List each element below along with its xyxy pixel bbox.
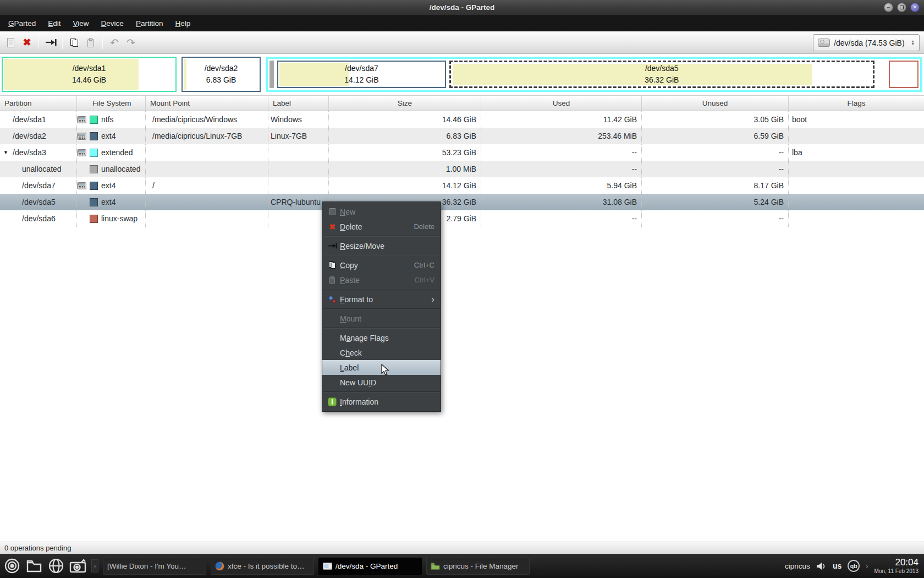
partition-size: 6.83 GiB <box>206 74 236 86</box>
bullseye-launcher-icon[interactable] <box>3 557 21 575</box>
menu-device[interactable]: Device <box>95 16 130 31</box>
diskbar-sda6[interactable] <box>889 61 919 88</box>
expander-icon[interactable]: ▼ <box>3 150 13 155</box>
diskbar-unallocated[interactable] <box>270 61 274 88</box>
tray-username[interactable]: cipricus <box>785 562 810 570</box>
resize-move-icon <box>327 242 337 249</box>
undo-button[interactable]: ↶ <box>107 34 122 51</box>
menu-separator <box>323 328 440 329</box>
header-file-system[interactable]: File System <box>77 96 146 111</box>
ctx-item-paste[interactable]: Paste Ctrl+V <box>322 272 441 287</box>
diskbar-sda5-selected[interactable]: /dev/sda5 36.32 GiB <box>449 61 875 88</box>
ctx-item-mount[interactable]: Mount <box>322 311 441 326</box>
qbittorrent-tray-icon[interactable]: qb <box>848 560 860 572</box>
fs-type: ext4 <box>101 132 116 140</box>
header-mount-point[interactable]: Mount Point <box>146 96 268 111</box>
partition-name: /dev/sda3 <box>13 148 46 157</box>
close-icon: ✕ <box>913 5 917 10</box>
gparted-icon <box>323 563 332 570</box>
diskbar-sda7[interactable]: /dev/sda7 14.12 GiB <box>277 61 446 88</box>
header-used[interactable]: Used <box>481 96 642 111</box>
partition-size: 14.46 GiB <box>72 74 106 86</box>
taskbar-window-firefox[interactable]: xfce - Is it possible to… <box>211 558 314 575</box>
copy-button[interactable] <box>67 34 82 51</box>
ctx-item-check[interactable]: Check <box>322 345 441 360</box>
ctx-item-new[interactable]: New <box>322 204 441 219</box>
table-row-sda1[interactable]: /dev/sda1 ntfs /media/cipricus/Windows W… <box>0 111 924 128</box>
redo-button[interactable]: ↷ <box>123 34 139 51</box>
ctx-item-new-uuid[interactable]: New UUID <box>322 375 441 390</box>
ctx-item-information[interactable]: Information <box>322 394 441 409</box>
diskbar-free-space <box>878 61 886 88</box>
window-button-label: cipricus - File Manager <box>443 562 519 570</box>
hard-drive-icon <box>818 39 830 47</box>
spinner-arrows-icon[interactable]: ▲▼ <box>911 40 915 45</box>
close-button[interactable]: ✕ <box>910 3 920 12</box>
clock-date: Mon, 11 Feb 2013 <box>875 568 919 574</box>
ctx-item-manage-flags[interactable]: Manage Flags <box>322 330 441 345</box>
folder-launcher-icon[interactable] <box>25 557 43 575</box>
clock[interactable]: 20:04 Mon, 11 Feb 2013 <box>875 558 919 574</box>
paste-button[interactable] <box>83 34 98 51</box>
window-title: /dev/sda - GParted <box>430 3 495 12</box>
taskbar-window-gparted[interactable]: /dev/sda - GParted <box>318 558 422 575</box>
camera-launcher-icon[interactable] <box>69 557 87 575</box>
submenu-arrow-icon: › <box>431 295 435 304</box>
table-row-sda3[interactable]: ▼/dev/sda3 extended 53.23 GiB -- -- lba <box>0 144 924 161</box>
keyboard-layout-indicator[interactable]: us <box>833 561 842 570</box>
panel-expander[interactable]: › <box>91 559 98 572</box>
delete-icon: ✖ <box>23 36 31 48</box>
header-unused[interactable]: Unused <box>642 96 789 111</box>
partition-name: /dev/sda1 <box>73 63 106 74</box>
menu-help[interactable]: Help <box>169 16 196 31</box>
partition-name: /dev/sda2 <box>13 132 46 140</box>
ctx-item-copy[interactable]: Copy Ctrl+C <box>322 258 441 272</box>
taskbar-window-audio[interactable]: [Willie Dixon - I'm You… <box>103 558 206 575</box>
menu-edit[interactable]: Edit <box>42 16 67 31</box>
menu-gparted[interactable]: GParted <box>2 16 42 31</box>
unused-value: 5.24 GiB <box>642 194 789 210</box>
taskbar: › [Willie Dixon - I'm You… xfce - Is it … <box>0 554 924 578</box>
menu-view[interactable]: View <box>67 16 95 31</box>
size-value: 1.00 MiB <box>329 161 481 177</box>
table-row-sda2[interactable]: /dev/sda2 ext4 /media/cipricus/Linux-7GB… <box>0 128 924 144</box>
maximize-icon <box>900 6 904 9</box>
volume-icon[interactable] <box>816 562 827 570</box>
globe-launcher-icon[interactable] <box>47 557 65 575</box>
used-value: -- <box>481 210 642 227</box>
table-row-sda5-selected[interactable]: /dev/sda5 ext4 CPRQ-lubuntu 36.32 GiB 31… <box>0 194 924 210</box>
partition-name: /dev/sda7 <box>22 181 56 190</box>
table-row-sda7[interactable]: /dev/sda7 ext4 / 14.12 GiB 5.94 GiB 8.17… <box>0 177 924 194</box>
ctx-item-delete[interactable]: ✖ Delete Delete <box>322 219 441 234</box>
taskbar-window-file-manager[interactable]: cipricus - File Manager <box>426 558 530 575</box>
header-flags[interactable]: Flags <box>789 96 924 111</box>
table-row-unallocated[interactable]: unallocated unallocated 1.00 MiB -- -- <box>0 161 924 177</box>
ctx-item-format-to[interactable]: Format to › <box>322 292 441 307</box>
diskbar-extended-sda3[interactable]: /dev/sda7 14.12 GiB /dev/sda5 36.32 GiB <box>266 57 922 92</box>
titlebar[interactable]: /dev/sda - GParted − ✕ <box>0 0 924 15</box>
header-size[interactable]: Size <box>329 96 481 111</box>
maximize-button[interactable] <box>897 3 906 12</box>
new-partition-button[interactable] <box>3 34 18 51</box>
new-partition-icon <box>6 37 15 48</box>
size-value: 14.46 GiB <box>329 111 481 128</box>
minimize-button[interactable]: − <box>884 3 893 12</box>
menu-partition[interactable]: Partition <box>130 16 169 31</box>
table-row-sda6[interactable]: /dev/sda6 linux-swap 2.79 GiB -- -- <box>0 210 924 227</box>
header-label[interactable]: Label <box>268 96 329 111</box>
mounted-keypad-icon <box>77 182 86 189</box>
resize-move-button[interactable] <box>43 34 58 51</box>
used-value: -- <box>481 144 642 161</box>
ctx-item-resize-move[interactable]: Resize/Move <box>322 238 441 253</box>
minimize-icon: − <box>887 5 890 10</box>
diskbar-sda2[interactable]: /dev/sda2 6.83 GiB <box>182 57 261 92</box>
partition-label <box>268 144 329 161</box>
diskbar-sda1[interactable]: /dev/sda1 14.46 GiB <box>2 57 177 92</box>
tray-chevron-icon[interactable]: › <box>866 562 868 570</box>
delete-partition-button[interactable]: ✖ <box>19 34 35 51</box>
device-selector[interactable]: /dev/sda (74.53 GiB) ▲▼ <box>813 34 920 51</box>
unused-value: 3.05 GiB <box>642 111 789 128</box>
header-partition[interactable]: Partition <box>0 96 77 111</box>
disk-visual-bar: /dev/sda1 14.46 GiB /dev/sda2 6.83 GiB /… <box>0 54 924 95</box>
undo-icon: ↶ <box>110 36 119 49</box>
